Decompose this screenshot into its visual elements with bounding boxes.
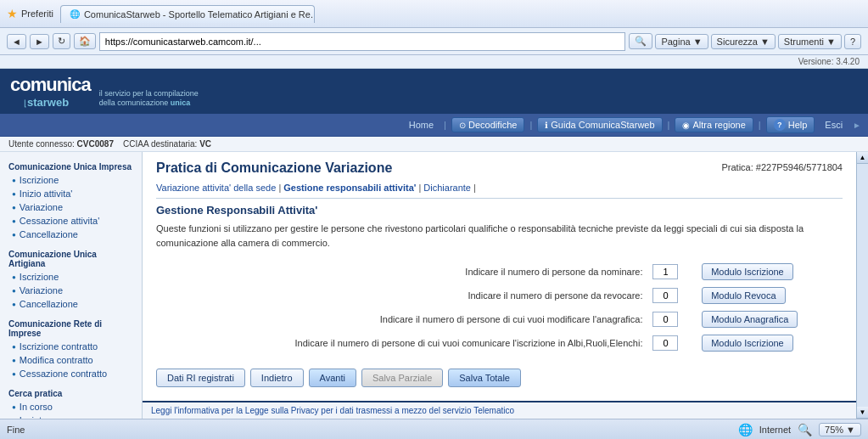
nav-altra-regione[interactable]: ◉ Altra regione: [675, 117, 753, 132]
sidebar-section-rete-title: Comunicazione Rete di Imprese: [0, 316, 142, 340]
sidebar-item-iscrizione-artigiana[interactable]: ● Iscrizione: [0, 270, 142, 284]
salva-totale-button[interactable]: Salva Totale: [448, 369, 521, 387]
back-button[interactable]: ◄: [7, 34, 26, 49]
table-row: Indicare il numero di persone di cui vuo…: [156, 331, 843, 355]
sidebar-section-artigiana-title: Comunicazione Unica Artigiana: [0, 246, 142, 270]
zoom-icon: 🔍: [798, 423, 812, 436]
bullet-icon: ●: [12, 403, 16, 411]
bullet-icon: ●: [12, 190, 16, 198]
btn-modulo-anagrafica[interactable]: Modulo Anagrafica: [702, 311, 798, 328]
nav-decodifiche[interactable]: ⊙ Decodifiche: [451, 117, 524, 132]
decodifiche-icon: ⊙: [459, 121, 466, 130]
main-content: Pratica di Comunicazione Variazione Prat…: [143, 152, 856, 401]
refresh-button[interactable]: ↻: [53, 33, 70, 49]
help-icon: ?: [774, 119, 786, 131]
bullet-icon: ●: [12, 343, 16, 351]
form-label-3: Indicare il numero di persone di cui vuo…: [156, 307, 647, 331]
btn-modulo-revoca[interactable]: Modulo Revoca: [702, 287, 785, 304]
dati-ri-button[interactable]: Dati RI registrati: [156, 369, 245, 387]
pratica-reference: Pratica: #227P5946/5771804: [721, 162, 843, 172]
version-bar: Versione: 3.4.20: [0, 55, 868, 69]
label-cciaa: CCIAA destinataria:: [123, 139, 197, 149]
security-btn[interactable]: Sicurezza ▼: [711, 34, 776, 49]
nav-home[interactable]: Home: [404, 118, 439, 132]
user-info-bar: Utente connesso: CVC0087 CCIAA destinata…: [0, 137, 868, 152]
table-row: Indicare il numero di persone di cui vuo…: [156, 307, 843, 331]
breadcrumb-variazione[interactable]: Variazione attivita' della sede: [156, 183, 276, 193]
input-anagrafica[interactable]: [652, 312, 678, 327]
table-row: Indicare il numero di persone da revocar…: [156, 284, 843, 307]
sidebar: Comunicazione Unica Impresa ● Iscrizione…: [0, 152, 143, 419]
status-text: Fine: [7, 425, 25, 435]
sidebar-item-cessazione-contratto[interactable]: ● Cessazione contratto: [0, 367, 142, 380]
privacy-link[interactable]: Leggi l'informativa per la Legge sulla P…: [151, 406, 514, 415]
page-btn[interactable]: Pagina ▼: [655, 34, 708, 49]
user-code: CVC0087: [77, 139, 114, 149]
tab-title: ComunicaStarweb - Sportello Telematico A…: [84, 9, 315, 20]
guida-icon: ℹ: [545, 121, 548, 130]
page-title: Pratica di Comunicazione Variazione: [156, 160, 392, 176]
version-text: Versione: 3.4.20: [798, 57, 860, 66]
salva-parziale-button[interactable]: Salva Parziale: [361, 369, 443, 387]
btn-modulo-iscrizione-1[interactable]: Modulo Iscrizione: [702, 263, 793, 280]
nav-arrow[interactable]: ►: [853, 121, 861, 130]
sidebar-section-impresa-title: Comunicazione Unica Impresa: [0, 159, 142, 173]
input-nominare[interactable]: [652, 264, 678, 279]
bullet-icon: ●: [12, 357, 16, 364]
bullet-icon: ●: [12, 273, 16, 281]
sidebar-item-variazione[interactable]: ● Variazione: [0, 200, 142, 214]
sidebar-item-cessazione-attivita[interactable]: ● Cessazione attivita': [0, 214, 142, 228]
header-band: comunica ⌊ starweb il servizio per la co…: [0, 69, 868, 114]
nav-esci[interactable]: Esci: [820, 118, 848, 132]
logo-starweb: starweb: [27, 96, 69, 109]
form-table: Indicare il numero di persone da nominar…: [156, 260, 843, 355]
breadcrumb-gestione[interactable]: Gestione responsabili attivita': [283, 183, 416, 193]
description-text: Queste funzioni si utilizzano per gestir…: [156, 222, 843, 250]
sidebar-item-variazione-artigiana[interactable]: ● Variazione: [0, 284, 142, 297]
action-buttons: Dati RI registrati Indietro Avanti Salva…: [156, 369, 843, 387]
help-btn[interactable]: ?: [844, 34, 861, 49]
btn-modulo-iscrizione-2[interactable]: Modulo Iscrizione: [702, 335, 793, 352]
privacy-bar: Leggi l'informativa per la Legge sulla P…: [143, 401, 856, 419]
form-label-4: Indicare il numero di persone di cui vuo…: [156, 331, 647, 355]
browser-tab[interactable]: 🌐 ComunicaStarweb - Sportello Telematico…: [60, 5, 315, 23]
scroll-up-btn[interactable]: ▲: [857, 152, 868, 164]
section-title: Gestione Responsabili Attivita': [156, 204, 843, 217]
sidebar-item-cancellazione-artigiana[interactable]: ● Cancellazione: [0, 297, 142, 311]
breadcrumb: Variazione attivita' della sede | Gestio…: [156, 183, 843, 193]
sidebar-item-iscrizione-contratto[interactable]: ● Iscrizione contratto: [0, 340, 142, 353]
form-label-1: Indicare il numero di persone da nominar…: [156, 260, 647, 284]
zone-text: Internet: [759, 425, 791, 435]
favorites-label: Preferiti: [21, 8, 53, 19]
input-revocare[interactable]: [652, 288, 678, 303]
address-input[interactable]: [99, 32, 626, 51]
scroll-track[interactable]: [857, 164, 868, 407]
zoom-level: 75%: [825, 425, 843, 435]
nav-guida[interactable]: ℹ Guida ComunicaStarweb: [537, 117, 662, 132]
home-button[interactable]: 🏠: [74, 33, 96, 49]
forward-button[interactable]: ►: [30, 34, 49, 49]
indietro-button[interactable]: Indietro: [250, 369, 304, 387]
scroll-down-btn[interactable]: ▼: [857, 407, 868, 419]
globe-icon: 🌐: [738, 423, 753, 436]
nav-help[interactable]: ? Help: [766, 116, 815, 133]
zoom-dropdown-icon: ▼: [846, 425, 855, 435]
search-icon-btn[interactable]: 🔍: [629, 33, 652, 49]
sidebar-item-modifica-contratto[interactable]: ● Modifica contratto: [0, 353, 142, 367]
sidebar-item-iscrizione-impresa[interactable]: ● Iscrizione: [0, 173, 142, 187]
bullet-icon: ●: [12, 217, 16, 225]
favorites-button[interactable]: ★ Preferiti: [7, 7, 53, 20]
sidebar-item-cancellazione-impresa[interactable]: ● Cancellazione: [0, 228, 142, 241]
breadcrumb-dichiarante[interactable]: Dichiarante: [423, 183, 471, 193]
nav-bar: Home | ⊙ Decodifiche | ℹ Guida ComunicaS…: [0, 114, 868, 137]
sidebar-section-cerca-title: Cerca pratica: [0, 386, 142, 400]
sidebar-item-in-corso[interactable]: ● In corso: [0, 400, 142, 414]
zoom-button[interactable]: 75% ▼: [819, 423, 861, 436]
scrollbar-right[interactable]: ▲ ▼: [856, 152, 868, 419]
bullet-icon: ●: [12, 287, 16, 295]
sidebar-item-inizio-attivita[interactable]: ● Inizio attivita': [0, 187, 142, 200]
tools-btn[interactable]: Strumenti ▼: [778, 34, 842, 49]
avanti-button[interactable]: Avanti: [309, 369, 356, 387]
table-row: Indicare il numero di persone da nominar…: [156, 260, 843, 284]
input-albi-ruoli[interactable]: [652, 335, 678, 351]
